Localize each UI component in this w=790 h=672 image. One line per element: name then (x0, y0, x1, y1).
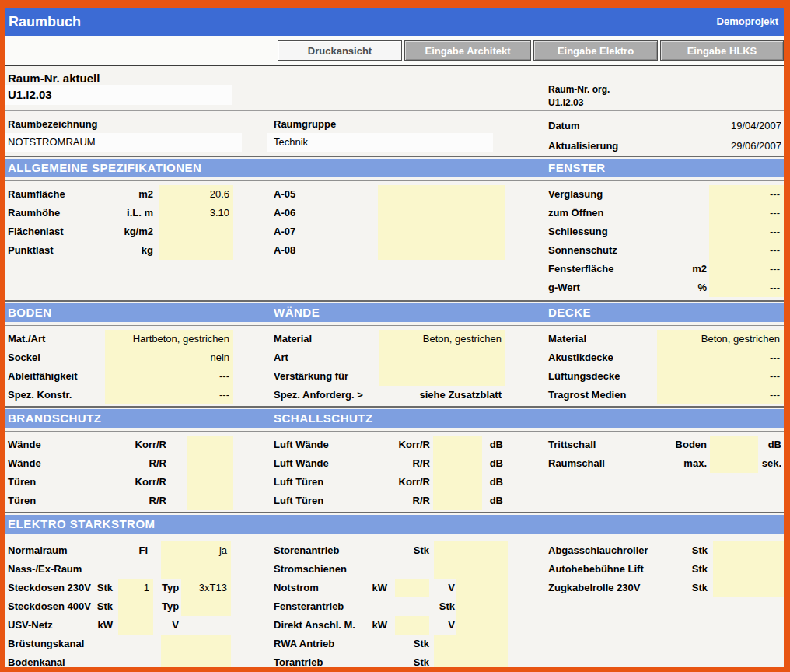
section-title-waende: WÄNDE (274, 303, 320, 322)
field-unit: Typ (162, 579, 179, 597)
field-unit: R/R (99, 492, 166, 510)
field-label: Schliessung (548, 222, 608, 241)
section-title-fenster: FENSTER (548, 159, 606, 177)
field-unit: Korr/R (363, 436, 430, 454)
field-label: Luft Wände (274, 436, 329, 454)
field-unit: Stk (433, 597, 455, 616)
field-label: Raumschall (548, 454, 605, 473)
field-label: Bodenkanal (8, 653, 65, 667)
field-unit: kg (99, 241, 153, 260)
elektro-input-cell[interactable] (456, 579, 508, 635)
schall-extra-input-cell[interactable] (710, 436, 758, 473)
field-label: Luft Türen (274, 492, 323, 510)
elektro-input-cell[interactable] (161, 635, 231, 653)
elektro-input-cell[interactable] (434, 635, 508, 667)
field-unit: Stk (674, 579, 708, 597)
field-unit: V (433, 579, 455, 597)
field-label: Türen (8, 473, 36, 492)
field-value: --- (709, 241, 780, 260)
section-title-boden: BODEN (8, 303, 52, 322)
field-value: 1 (118, 579, 149, 597)
field-unit: kW (359, 579, 387, 597)
eingabe-hlks-button[interactable]: Eingabe HLKS (660, 40, 784, 61)
field-unit: dB (482, 454, 503, 473)
field-unit: Korr/R (99, 436, 166, 454)
field-unit: kW (359, 616, 387, 635)
field-value: --- (709, 204, 780, 222)
field-unit: Stk (674, 541, 708, 560)
app-title: Raumbuch (9, 8, 81, 36)
elektro-input-cell[interactable] (161, 653, 231, 667)
field-label: Nass-/Ex-Raum (8, 560, 82, 579)
elektro-input-cell[interactable] (434, 541, 508, 579)
field-label: Abgasschlauchroller (548, 541, 648, 560)
title-bar: Raumbuch Demoprojekt (5, 8, 784, 36)
field-unit: i.L. m (99, 204, 153, 222)
schallschutz-input-cell[interactable] (433, 436, 482, 510)
field-label: zum Öffnen (548, 204, 604, 222)
field-unit: Typ (162, 597, 179, 616)
field-unit: Stk (394, 635, 429, 653)
elektro-input-cell[interactable] (181, 597, 231, 616)
room-group-value: Technik (274, 133, 308, 152)
section-line (5, 537, 784, 537)
eingabe-architekt-button[interactable]: Eingabe Architekt (404, 40, 531, 61)
update-value: 29/06/2007 (627, 137, 781, 156)
code-label: A-05 (274, 185, 295, 204)
code-label: A-08 (274, 241, 295, 260)
field-label: Tragrost Medien (548, 386, 626, 404)
field-value: 20.6 (159, 185, 229, 204)
field-unit: Korr/R (363, 473, 430, 492)
section-line (5, 325, 784, 326)
section-title-allgemein: ALLGEMEINE SPEZIFIKATIONEN (8, 159, 201, 177)
section-title-brandschutz: BRANDSCHUTZ (8, 409, 102, 428)
field-label: Flächenlast (8, 222, 64, 241)
field-label: Wände (8, 454, 41, 473)
section-title-schallschutz: SCHALLSCHUTZ (274, 409, 373, 428)
druckansicht-button[interactable]: Druckansicht (278, 40, 402, 61)
field-label: Wände (8, 436, 41, 454)
elektro-input-cell[interactable] (118, 616, 153, 635)
field-label: Material (274, 330, 312, 348)
date-value: 19/04/2007 (627, 117, 781, 135)
field-label: Zugkabelrolle 230V (548, 579, 641, 597)
section-line (5, 180, 784, 181)
field-value: 3.10 (159, 204, 229, 222)
field-value: ja (161, 541, 227, 560)
field-label: Luft Wände (274, 454, 329, 473)
field-unit: dB (758, 436, 781, 454)
eingabe-elektro-button[interactable]: Eingabe Elektro (533, 40, 658, 61)
section-title-elektro: ELEKTRO STARKSTROM (8, 515, 156, 534)
field-unit: Stk (91, 579, 113, 597)
field-unit: dB (482, 436, 503, 454)
field-label: Material (548, 330, 586, 348)
field-label: Direkt Anschl. M. (274, 616, 355, 635)
allgemein-codes-input-cell[interactable] (378, 185, 505, 260)
brandschutz-input-cell[interactable] (187, 436, 233, 510)
field-label: Sockel (8, 348, 40, 367)
field-label: Verglasung (548, 185, 603, 204)
header-divider (5, 110, 784, 111)
field-value: Hartbeton, gestrichen (105, 330, 229, 348)
project-name: Demoprojekt (717, 8, 778, 36)
elektro-input-cell[interactable] (118, 597, 153, 616)
window-frame: Raumbuch Demoprojekt Druckansicht Eingab… (0, 0, 790, 672)
field-value: --- (709, 222, 780, 241)
room-group-label: Raumgruppe (274, 115, 336, 134)
field-label: Storenantrieb (274, 541, 340, 560)
field-label: Spez. Anforderg. > (274, 386, 363, 404)
section-line (5, 406, 784, 408)
field-unit: Stk (394, 541, 429, 560)
field-value: --- (105, 386, 229, 404)
field-unit: V (157, 616, 179, 635)
field-unit: Stk (394, 653, 429, 667)
elektro-input-cell[interactable] (713, 541, 784, 597)
elektro-input-cell[interactable] (395, 579, 429, 597)
field-label: Torantrieb (274, 653, 323, 667)
code-label: A-06 (274, 204, 295, 222)
update-label: Aktualisierung (548, 137, 618, 156)
field-unit: Boden (651, 436, 707, 454)
field-unit: max. (651, 454, 707, 473)
elektro-input-cell[interactable] (395, 616, 429, 635)
field-label: Normalraum (8, 541, 68, 560)
